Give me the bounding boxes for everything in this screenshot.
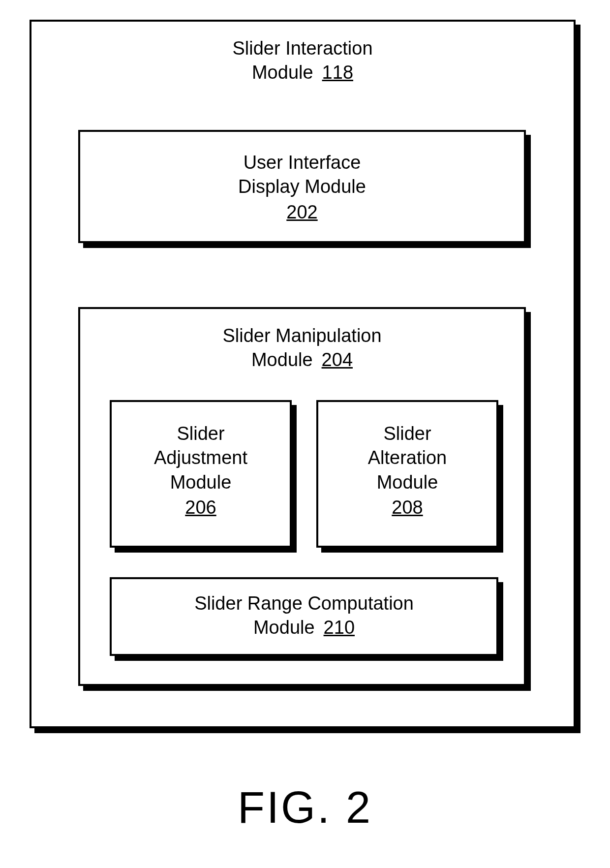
alt-ref: 208	[318, 496, 496, 520]
range-ref: 210	[324, 617, 355, 638]
manip-line2: Module	[251, 349, 313, 370]
slider-manipulation-module-box: Slider Manipulation Module204 Slider Adj…	[78, 307, 526, 686]
range-line2: Module	[253, 617, 315, 638]
ui-display-line2: Display Module	[80, 175, 524, 199]
manip-line1: Slider Manipulation	[80, 324, 524, 348]
slider-alteration-module-box: Slider Alteration Module 208	[316, 400, 498, 548]
slider-interaction-module-title: Slider Interaction Module118	[31, 36, 574, 85]
range-line1: Slider Range Computation	[112, 591, 496, 616]
slider-interaction-title-line2: Module	[252, 62, 313, 83]
slider-interaction-title-line1: Slider Interaction	[31, 36, 574, 61]
slider-range-computation-module-title: Slider Range Computation Module210	[112, 591, 496, 640]
slider-manipulation-module-title: Slider Manipulation Module204	[80, 324, 524, 372]
slider-alteration-module-title: Slider Alteration Module 208	[318, 422, 496, 520]
slider-interaction-ref: 118	[322, 62, 353, 83]
user-interface-display-module-box: User Interface Display Module 202	[78, 130, 526, 243]
adj-line1: Slider	[112, 422, 290, 446]
ui-display-line1: User Interface	[80, 151, 524, 175]
alt-line1: Slider	[318, 422, 496, 446]
slider-adjustment-module-box: Slider Adjustment Module 206	[110, 400, 292, 548]
user-interface-display-module-title: User Interface Display Module 202	[80, 151, 524, 224]
adj-line2: Adjustment	[112, 446, 290, 470]
slider-interaction-module-box: Slider Interaction Module118 User Interf…	[30, 20, 576, 728]
manip-ref: 204	[322, 349, 353, 370]
adj-line3: Module	[112, 470, 290, 495]
alt-line2: Alteration	[318, 446, 496, 470]
ui-display-ref: 202	[80, 200, 524, 224]
figure-label: FIG. 2	[0, 782, 610, 833]
adj-ref: 206	[112, 496, 290, 520]
slider-range-computation-module-box: Slider Range Computation Module210	[110, 577, 498, 656]
alt-line3: Module	[318, 470, 496, 495]
slider-adjustment-module-title: Slider Adjustment Module 206	[112, 422, 290, 520]
diagram-canvas: Slider Interaction Module118 User Interf…	[30, 20, 580, 733]
